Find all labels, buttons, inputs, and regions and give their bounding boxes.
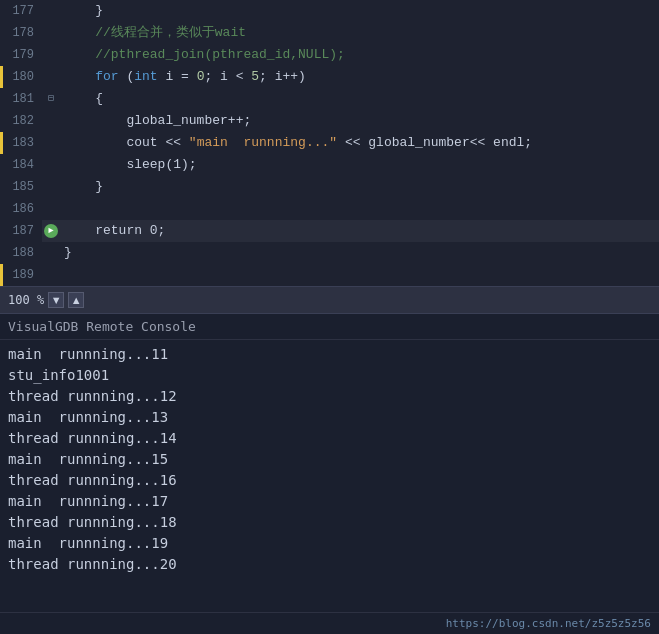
console-footer: https://blog.csdn.net/z5z5z5z56	[0, 612, 659, 634]
line-number: 186	[0, 198, 42, 220]
zoom-bar: 100 % ▼ ▲	[0, 286, 659, 314]
fold-icon[interactable]: ⊟	[48, 88, 54, 110]
line-content: {	[60, 88, 659, 110]
console-output-line: thread runnning...20	[8, 554, 651, 575]
line-content: }	[60, 0, 659, 22]
code-line: 189	[0, 264, 659, 286]
line-content: }	[60, 242, 659, 264]
line-gutter: ⊟	[42, 88, 60, 110]
console-output-line: thread runnning...16	[8, 470, 651, 491]
console-output-line: stu_info1001	[8, 365, 651, 386]
line-number: 180	[0, 66, 42, 88]
line-content: return 0;	[60, 220, 659, 242]
code-line: 181⊟ {	[0, 88, 659, 110]
code-line: 180 for (int i = 0; i < 5; i++)	[0, 66, 659, 88]
code-line: 177 }	[0, 0, 659, 22]
line-number: 187	[0, 220, 42, 242]
console-output-line: main runnning...13	[8, 407, 651, 428]
line-number: 182	[0, 110, 42, 132]
zoom-level: 100 %	[8, 293, 44, 307]
line-number: 185	[0, 176, 42, 198]
line-content: //线程合并，类似于wait	[60, 22, 659, 44]
line-content: sleep(1);	[60, 154, 659, 176]
line-number: 183	[0, 132, 42, 154]
line-number: 179	[0, 44, 42, 66]
line-content: global_number++;	[60, 110, 659, 132]
line-content: for (int i = 0; i < 5; i++)	[60, 66, 659, 88]
console-area: VisualGDB Remote Console main runnning..…	[0, 314, 659, 634]
console-output-line: thread runnning...14	[8, 428, 651, 449]
line-number: 178	[0, 22, 42, 44]
code-line: 179 //pthread_join(pthread_id,NULL);	[0, 44, 659, 66]
code-line: 188}	[0, 242, 659, 264]
line-number: 189	[0, 264, 42, 286]
console-link[interactable]: https://blog.csdn.net/z5z5z5z56	[446, 617, 651, 630]
zoom-up-button[interactable]: ▲	[68, 292, 84, 308]
code-line: 186	[0, 198, 659, 220]
code-line: 182 global_number++;	[0, 110, 659, 132]
console-output-line: thread runnning...18	[8, 512, 651, 533]
line-content: cout << "main runnning..." << global_num…	[60, 132, 659, 154]
code-line: 184 sleep(1);	[0, 154, 659, 176]
zoom-down-button[interactable]: ▼	[48, 292, 64, 308]
code-line: 178 //线程合并，类似于wait	[0, 22, 659, 44]
code-line: 187► return 0;	[0, 220, 659, 242]
console-output-line: thread runnning...12	[8, 386, 651, 407]
line-number: 181	[0, 88, 42, 110]
code-line: 185 }	[0, 176, 659, 198]
console-title: VisualGDB Remote Console	[8, 319, 196, 334]
code-editor: 177 }178 //线程合并，类似于wait179 //pthread_joi…	[0, 0, 659, 286]
execution-arrow-icon: ►	[44, 224, 58, 238]
line-content: //pthread_join(pthread_id,NULL);	[60, 44, 659, 66]
line-gutter: ►	[42, 224, 60, 238]
line-number: 177	[0, 0, 42, 22]
console-output-line: main runnning...15	[8, 449, 651, 470]
code-line: 183 cout << "main runnning..." << global…	[0, 132, 659, 154]
line-content: }	[60, 176, 659, 198]
console-output-line: main runnning...17	[8, 491, 651, 512]
line-number: 188	[0, 242, 42, 264]
console-output: main runnning...11stu_info1001thread run…	[0, 340, 659, 612]
line-number: 184	[0, 154, 42, 176]
console-header: VisualGDB Remote Console	[0, 314, 659, 340]
console-output-line: main runnning...19	[8, 533, 651, 554]
console-output-line: main runnning...11	[8, 344, 651, 365]
